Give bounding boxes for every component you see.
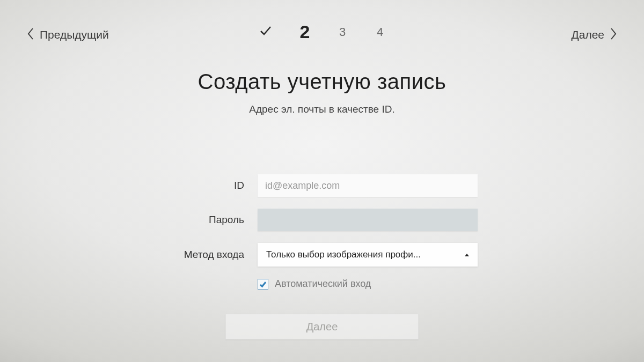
id-label: ID — [166, 180, 258, 191]
next-bottom-button[interactable]: Далее — [225, 314, 419, 339]
id-row: ID — [166, 174, 478, 197]
login-method-label: Метод входа — [166, 249, 258, 261]
page-subtitle: Адрес эл. почты в качестве ID. — [0, 104, 644, 115]
previous-label: Предыдущий — [40, 28, 109, 41]
step-3: 3 — [337, 25, 348, 39]
chevron-right-icon — [610, 27, 617, 43]
password-row: Пароль — [166, 209, 478, 231]
caret-up-icon — [465, 254, 469, 256]
next-label: Далее — [571, 28, 604, 41]
auto-login-label: Автоматический вход — [275, 278, 371, 290]
password-input[interactable] — [258, 209, 478, 231]
heading-area: Создать учетную запись Адрес эл. почты в… — [0, 70, 644, 115]
password-label: Пароль — [166, 214, 258, 226]
login-method-row: Метод входа Только выбор изображения про… — [166, 243, 478, 267]
checkbox-icon — [258, 279, 268, 290]
id-input[interactable] — [258, 174, 478, 197]
next-bottom-label: Далее — [306, 321, 338, 333]
step-indicator: 2 3 4 — [259, 21, 385, 42]
next-button[interactable]: Далее — [571, 27, 617, 43]
create-account-form: ID Пароль Метод входа Только выбор изобр… — [166, 174, 478, 290]
login-method-selected-text: Только выбор изображения профи... — [266, 249, 421, 260]
chevron-left-icon — [27, 27, 34, 43]
auto-login-checkbox[interactable]: Автоматический вход — [258, 278, 478, 290]
page-title: Создать учетную запись — [0, 70, 644, 94]
step-4: 4 — [375, 25, 385, 39]
previous-button[interactable]: Предыдущий — [27, 27, 109, 43]
login-method-select[interactable]: Только выбор изображения профи... — [258, 243, 478, 267]
step-2-current: 2 — [299, 21, 310, 42]
step-1-check-icon — [259, 24, 273, 41]
